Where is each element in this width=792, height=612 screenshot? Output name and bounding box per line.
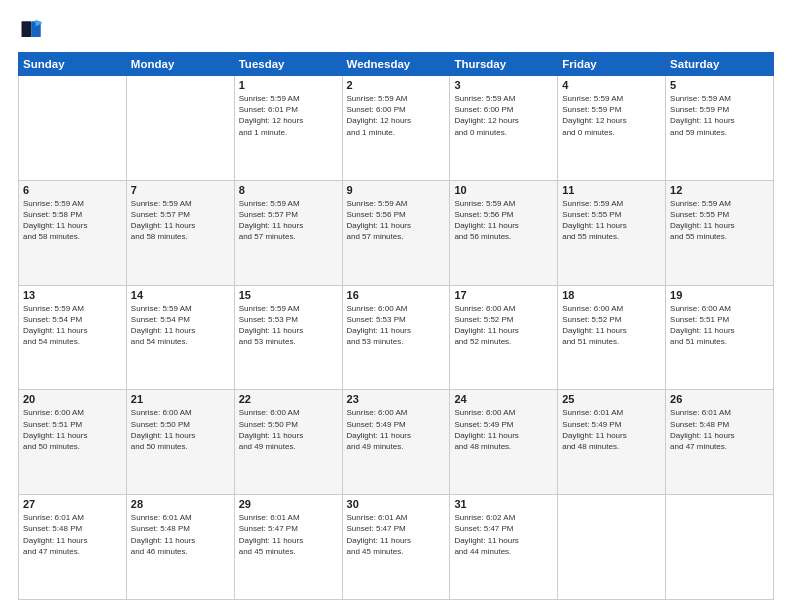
- svg-rect-1: [22, 21, 32, 37]
- weekday-header: Friday: [558, 53, 666, 76]
- calendar-cell: [666, 495, 774, 600]
- cell-info: Sunrise: 6:01 AM Sunset: 5:48 PM Dayligh…: [23, 512, 122, 557]
- weekday-header: Wednesday: [342, 53, 450, 76]
- cell-info: Sunrise: 5:59 AM Sunset: 5:56 PM Dayligh…: [347, 198, 446, 243]
- calendar-week: 20Sunrise: 6:00 AM Sunset: 5:51 PM Dayli…: [19, 390, 774, 495]
- day-number: 16: [347, 289, 446, 301]
- calendar-cell: 9Sunrise: 5:59 AM Sunset: 5:56 PM Daylig…: [342, 180, 450, 285]
- day-number: 8: [239, 184, 338, 196]
- day-number: 13: [23, 289, 122, 301]
- calendar-cell: 19Sunrise: 6:00 AM Sunset: 5:51 PM Dayli…: [666, 285, 774, 390]
- calendar-cell: [126, 76, 234, 181]
- cell-info: Sunrise: 6:00 AM Sunset: 5:50 PM Dayligh…: [131, 407, 230, 452]
- calendar: SundayMondayTuesdayWednesdayThursdayFrid…: [18, 52, 774, 600]
- calendar-cell: 28Sunrise: 6:01 AM Sunset: 5:48 PM Dayli…: [126, 495, 234, 600]
- calendar-header: SundayMondayTuesdayWednesdayThursdayFrid…: [19, 53, 774, 76]
- day-number: 1: [239, 79, 338, 91]
- day-number: 7: [131, 184, 230, 196]
- day-number: 28: [131, 498, 230, 510]
- cell-info: Sunrise: 5:59 AM Sunset: 5:59 PM Dayligh…: [670, 93, 769, 138]
- day-number: 17: [454, 289, 553, 301]
- cell-info: Sunrise: 5:59 AM Sunset: 5:53 PM Dayligh…: [239, 303, 338, 348]
- calendar-cell: 17Sunrise: 6:00 AM Sunset: 5:52 PM Dayli…: [450, 285, 558, 390]
- weekday-row: SundayMondayTuesdayWednesdayThursdayFrid…: [19, 53, 774, 76]
- calendar-week: 27Sunrise: 6:01 AM Sunset: 5:48 PM Dayli…: [19, 495, 774, 600]
- cell-info: Sunrise: 6:00 AM Sunset: 5:52 PM Dayligh…: [562, 303, 661, 348]
- weekday-header: Saturday: [666, 53, 774, 76]
- cell-info: Sunrise: 5:59 AM Sunset: 6:01 PM Dayligh…: [239, 93, 338, 138]
- day-number: 27: [23, 498, 122, 510]
- day-number: 26: [670, 393, 769, 405]
- calendar-cell: 6Sunrise: 5:59 AM Sunset: 5:58 PM Daylig…: [19, 180, 127, 285]
- day-number: 23: [347, 393, 446, 405]
- weekday-header: Sunday: [19, 53, 127, 76]
- calendar-cell: 16Sunrise: 6:00 AM Sunset: 5:53 PM Dayli…: [342, 285, 450, 390]
- calendar-cell: 22Sunrise: 6:00 AM Sunset: 5:50 PM Dayli…: [234, 390, 342, 495]
- day-number: 30: [347, 498, 446, 510]
- calendar-cell: [558, 495, 666, 600]
- page: SundayMondayTuesdayWednesdayThursdayFrid…: [0, 0, 792, 612]
- calendar-week: 6Sunrise: 5:59 AM Sunset: 5:58 PM Daylig…: [19, 180, 774, 285]
- calendar-cell: 31Sunrise: 6:02 AM Sunset: 5:47 PM Dayli…: [450, 495, 558, 600]
- day-number: 21: [131, 393, 230, 405]
- calendar-cell: 14Sunrise: 5:59 AM Sunset: 5:54 PM Dayli…: [126, 285, 234, 390]
- day-number: 22: [239, 393, 338, 405]
- day-number: 4: [562, 79, 661, 91]
- day-number: 19: [670, 289, 769, 301]
- calendar-cell: 3Sunrise: 5:59 AM Sunset: 6:00 PM Daylig…: [450, 76, 558, 181]
- calendar-cell: 7Sunrise: 5:59 AM Sunset: 5:57 PM Daylig…: [126, 180, 234, 285]
- day-number: 9: [347, 184, 446, 196]
- cell-info: Sunrise: 6:00 AM Sunset: 5:51 PM Dayligh…: [670, 303, 769, 348]
- calendar-cell: 27Sunrise: 6:01 AM Sunset: 5:48 PM Dayli…: [19, 495, 127, 600]
- day-number: 12: [670, 184, 769, 196]
- day-number: 31: [454, 498, 553, 510]
- calendar-cell: 11Sunrise: 5:59 AM Sunset: 5:55 PM Dayli…: [558, 180, 666, 285]
- cell-info: Sunrise: 6:00 AM Sunset: 5:49 PM Dayligh…: [347, 407, 446, 452]
- cell-info: Sunrise: 5:59 AM Sunset: 6:00 PM Dayligh…: [454, 93, 553, 138]
- calendar-cell: 10Sunrise: 5:59 AM Sunset: 5:56 PM Dayli…: [450, 180, 558, 285]
- cell-info: Sunrise: 6:01 AM Sunset: 5:47 PM Dayligh…: [239, 512, 338, 557]
- cell-info: Sunrise: 5:59 AM Sunset: 5:56 PM Dayligh…: [454, 198, 553, 243]
- cell-info: Sunrise: 6:00 AM Sunset: 5:49 PM Dayligh…: [454, 407, 553, 452]
- cell-info: Sunrise: 6:01 AM Sunset: 5:48 PM Dayligh…: [131, 512, 230, 557]
- day-number: 29: [239, 498, 338, 510]
- calendar-cell: 29Sunrise: 6:01 AM Sunset: 5:47 PM Dayli…: [234, 495, 342, 600]
- calendar-cell: 23Sunrise: 6:00 AM Sunset: 5:49 PM Dayli…: [342, 390, 450, 495]
- cell-info: Sunrise: 5:59 AM Sunset: 5:57 PM Dayligh…: [239, 198, 338, 243]
- day-number: 11: [562, 184, 661, 196]
- cell-info: Sunrise: 6:01 AM Sunset: 5:47 PM Dayligh…: [347, 512, 446, 557]
- day-number: 3: [454, 79, 553, 91]
- cell-info: Sunrise: 6:00 AM Sunset: 5:53 PM Dayligh…: [347, 303, 446, 348]
- calendar-cell: 2Sunrise: 5:59 AM Sunset: 6:00 PM Daylig…: [342, 76, 450, 181]
- day-number: 5: [670, 79, 769, 91]
- day-number: 10: [454, 184, 553, 196]
- cell-info: Sunrise: 6:01 AM Sunset: 5:49 PM Dayligh…: [562, 407, 661, 452]
- day-number: 18: [562, 289, 661, 301]
- calendar-cell: 26Sunrise: 6:01 AM Sunset: 5:48 PM Dayli…: [666, 390, 774, 495]
- cell-info: Sunrise: 6:00 AM Sunset: 5:50 PM Dayligh…: [239, 407, 338, 452]
- calendar-cell: 18Sunrise: 6:00 AM Sunset: 5:52 PM Dayli…: [558, 285, 666, 390]
- cell-info: Sunrise: 5:59 AM Sunset: 5:55 PM Dayligh…: [562, 198, 661, 243]
- calendar-cell: 21Sunrise: 6:00 AM Sunset: 5:50 PM Dayli…: [126, 390, 234, 495]
- weekday-header: Tuesday: [234, 53, 342, 76]
- calendar-cell: 8Sunrise: 5:59 AM Sunset: 5:57 PM Daylig…: [234, 180, 342, 285]
- calendar-body: 1Sunrise: 5:59 AM Sunset: 6:01 PM Daylig…: [19, 76, 774, 600]
- weekday-header: Thursday: [450, 53, 558, 76]
- cell-info: Sunrise: 6:01 AM Sunset: 5:48 PM Dayligh…: [670, 407, 769, 452]
- day-number: 14: [131, 289, 230, 301]
- calendar-cell: 24Sunrise: 6:00 AM Sunset: 5:49 PM Dayli…: [450, 390, 558, 495]
- cell-info: Sunrise: 6:00 AM Sunset: 5:51 PM Dayligh…: [23, 407, 122, 452]
- day-number: 15: [239, 289, 338, 301]
- day-number: 20: [23, 393, 122, 405]
- cell-info: Sunrise: 5:59 AM Sunset: 6:00 PM Dayligh…: [347, 93, 446, 138]
- cell-info: Sunrise: 5:59 AM Sunset: 5:57 PM Dayligh…: [131, 198, 230, 243]
- day-number: 2: [347, 79, 446, 91]
- calendar-cell: 1Sunrise: 5:59 AM Sunset: 6:01 PM Daylig…: [234, 76, 342, 181]
- calendar-cell: 5Sunrise: 5:59 AM Sunset: 5:59 PM Daylig…: [666, 76, 774, 181]
- cell-info: Sunrise: 6:00 AM Sunset: 5:52 PM Dayligh…: [454, 303, 553, 348]
- calendar-week: 13Sunrise: 5:59 AM Sunset: 5:54 PM Dayli…: [19, 285, 774, 390]
- day-number: 24: [454, 393, 553, 405]
- cell-info: Sunrise: 5:59 AM Sunset: 5:55 PM Dayligh…: [670, 198, 769, 243]
- calendar-cell: 13Sunrise: 5:59 AM Sunset: 5:54 PM Dayli…: [19, 285, 127, 390]
- cell-info: Sunrise: 5:59 AM Sunset: 5:58 PM Dayligh…: [23, 198, 122, 243]
